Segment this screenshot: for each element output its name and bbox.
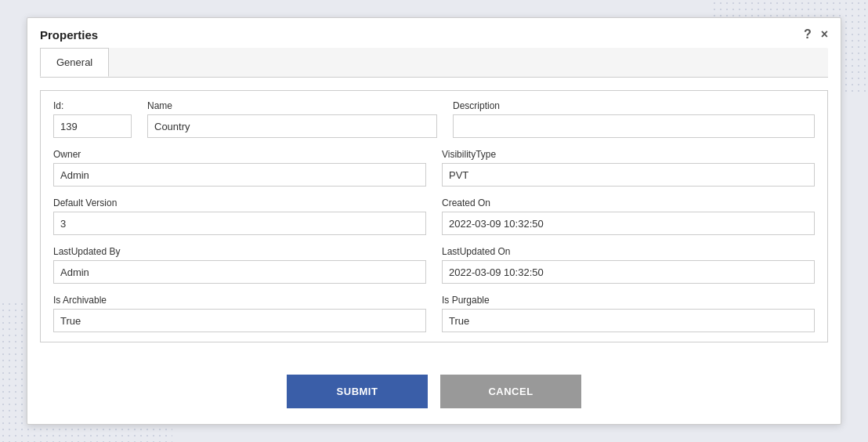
id-input[interactable] (53, 114, 132, 138)
last-updated-on-label: LastUpdated On (442, 246, 815, 257)
form-row-1: Id: Name Description (53, 100, 815, 138)
last-updated-on-input[interactable] (442, 260, 815, 284)
is-purgable-label: Is Purgable (442, 295, 815, 306)
default-version-label: Default Version (53, 197, 426, 208)
name-input[interactable] (147, 114, 437, 138)
id-label: Id: (53, 100, 132, 111)
dialog-body: General Id: Name Description (27, 48, 841, 359)
help-icon[interactable]: ? (804, 27, 812, 42)
field-default-version: Default Version (53, 197, 426, 235)
owner-input[interactable] (53, 163, 426, 187)
default-version-input[interactable] (53, 212, 426, 235)
description-input[interactable] (453, 114, 815, 138)
field-description: Description (453, 100, 815, 138)
field-id: Id: (53, 100, 132, 138)
form-row-5: Is Archivable Is Purgable (53, 295, 815, 332)
name-label: Name (147, 100, 437, 111)
description-label: Description (453, 100, 815, 111)
dialog-header-icons: ? × (804, 27, 828, 42)
last-updated-by-label: LastUpdated By (53, 246, 426, 257)
visibility-type-input[interactable] (442, 163, 815, 187)
dialog-footer: SUBMIT CANCEL (27, 359, 841, 424)
form-row-4: LastUpdated By LastUpdated On (53, 246, 815, 284)
field-is-archivable: Is Archivable (53, 295, 426, 332)
created-on-input[interactable] (442, 212, 815, 235)
close-icon[interactable]: × (821, 27, 828, 42)
field-created-on: Created On (442, 197, 815, 235)
properties-dialog: Properties ? × General Id: Name (27, 17, 841, 425)
last-updated-by-input[interactable] (53, 260, 426, 284)
field-owner: Owner (53, 149, 426, 187)
owner-label: Owner (53, 149, 426, 160)
is-archivable-input[interactable] (53, 309, 426, 332)
dialog-header: Properties ? × (27, 18, 841, 48)
field-is-purgable: Is Purgable (442, 295, 815, 332)
field-last-updated-on: LastUpdated On (442, 246, 815, 284)
created-on-label: Created On (442, 197, 815, 208)
tab-bar: General (40, 48, 828, 78)
form-row-2: Owner VisibilityType (53, 149, 815, 187)
form-container: Id: Name Description Owner (40, 90, 828, 342)
cancel-button[interactable]: CANCEL (440, 375, 581, 408)
field-visibility-type: VisibilityType (442, 149, 815, 187)
field-last-updated-by: LastUpdated By (53, 246, 426, 284)
is-purgable-input[interactable] (442, 309, 815, 332)
form-row-3: Default Version Created On (53, 197, 815, 235)
submit-button[interactable]: SUBMIT (287, 375, 428, 408)
tab-general[interactable]: General (40, 48, 109, 77)
is-archivable-label: Is Archivable (53, 295, 426, 306)
dialog-title: Properties (40, 28, 98, 42)
field-name: Name (147, 100, 437, 138)
visibility-type-label: VisibilityType (442, 149, 815, 160)
